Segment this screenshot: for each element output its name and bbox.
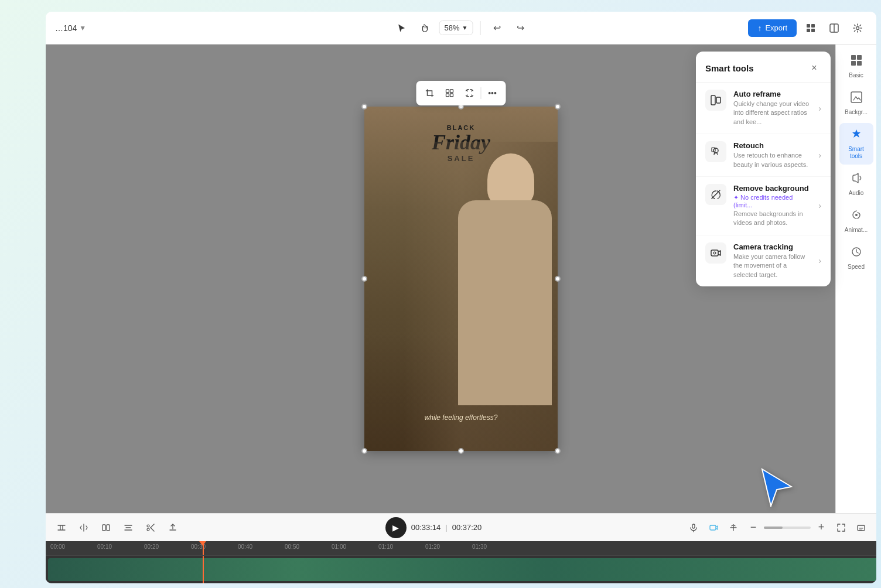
track-playhead — [203, 556, 204, 583]
svg-rect-26 — [107, 525, 110, 531]
remove-bg-badge: ✦ No credits needed (limit... — [733, 194, 811, 208]
auto-reframe-info: Auto reframe Quickly change your video i… — [733, 90, 811, 127]
sidebar-item-basic[interactable]: Basic — [839, 49, 873, 84]
timeline-track[interactable] — [46, 555, 876, 583]
svg-rect-12 — [716, 97, 720, 103]
svg-rect-30 — [710, 525, 716, 530]
svg-rect-21 — [857, 61, 862, 66]
timeline-body: 00:00 00:10 00:20 00:30 00:40 00:50 01:0… — [46, 541, 876, 583]
svg-rect-7 — [446, 90, 449, 93]
captions-button[interactable] — [853, 519, 869, 536]
sidebar-item-animate[interactable]: Animat... — [839, 204, 873, 238]
right-sidebar: Basic Backgr... Smart tools — [835, 45, 876, 513]
retouch-info: Retouch Use retouch to enhance beauty in… — [733, 141, 811, 169]
toolbar: …104 ▼ 58% ▼ ↩ — [46, 12, 876, 45]
svg-rect-3 — [811, 29, 815, 32]
svg-point-23 — [855, 214, 858, 216]
zoom-track[interactable] — [764, 527, 811, 529]
transition-button[interactable] — [725, 519, 742, 536]
layout-icon-button[interactable] — [801, 19, 820, 37]
camera-tracking-icon-box — [705, 242, 726, 264]
svg-rect-9 — [446, 94, 449, 97]
panel-icon-button[interactable] — [825, 19, 844, 37]
handle-br[interactable] — [555, 448, 561, 454]
svg-rect-18 — [851, 55, 856, 60]
canvas-area[interactable]: BLACK Friday SALE while feeling effortle… — [46, 45, 876, 513]
toolbar-divider — [480, 21, 480, 35]
redo-button[interactable]: ↪ — [511, 19, 530, 37]
svg-rect-0 — [807, 24, 810, 28]
sidebar-item-background[interactable]: Backgr... — [839, 86, 873, 121]
select-tool-button[interactable] — [392, 19, 411, 37]
auto-reframe-item[interactable]: Auto reframe Quickly change your video i… — [696, 83, 831, 134]
svg-point-13 — [713, 148, 718, 153]
hand-tool-button[interactable] — [416, 19, 435, 37]
handle-mid-left[interactable] — [361, 276, 367, 282]
sidebar-item-audio[interactable]: Audio — [839, 167, 873, 201]
camera-tracking-name: Camera tracking — [733, 242, 811, 251]
cut-tool-button[interactable] — [142, 519, 159, 536]
camera-button[interactable] — [705, 519, 722, 536]
export-timeline-button[interactable] — [164, 519, 182, 536]
camera-tracking-chevron: › — [818, 256, 821, 265]
export-button[interactable]: ↑ Export — [748, 19, 797, 37]
export-icon: ↑ — [757, 23, 762, 33]
basic-icon — [850, 54, 863, 70]
grid-tool-button[interactable] — [441, 84, 459, 102]
zoom-selector[interactable]: 58% ▼ — [439, 20, 473, 35]
dropdown-icon[interactable]: ▼ — [79, 24, 86, 32]
svg-point-6 — [856, 26, 859, 29]
toolbar-left: …104 ▼ — [55, 23, 86, 33]
play-button[interactable]: ▶ — [385, 517, 407, 538]
handle-tr[interactable] — [555, 104, 561, 110]
playhead-triangle — [199, 541, 206, 546]
handle-mid-right[interactable] — [555, 276, 561, 282]
handle-bl[interactable] — [361, 448, 367, 454]
panel-close-button[interactable]: × — [807, 61, 821, 75]
sidebar-item-smart-tools[interactable]: Smart tools — [839, 123, 873, 165]
camera-tracking-info: Camera tracking Make your camera follow … — [733, 242, 811, 279]
svg-rect-19 — [857, 55, 862, 60]
svg-rect-2 — [807, 29, 810, 32]
undo-button[interactable]: ↩ — [487, 19, 506, 37]
zoom-fill — [764, 527, 783, 529]
settings-icon-button[interactable] — [848, 19, 867, 37]
zoom-out-button[interactable]: − — [745, 519, 762, 536]
zoom-control: − + — [745, 519, 829, 536]
total-timecode: 00:37:20 — [452, 523, 482, 532]
selection-handles — [364, 107, 558, 451]
camera-tracking-item[interactable]: Camera tracking Make your camera follow … — [696, 235, 831, 286]
transform-tool-button[interactable] — [461, 84, 479, 102]
mic-button[interactable] — [685, 519, 702, 536]
crop-tool-button[interactable] — [421, 84, 439, 102]
zoom-in-button[interactable]: + — [813, 519, 829, 536]
track-tool-button[interactable] — [97, 519, 115, 536]
handle-mid-bottom[interactable] — [458, 448, 464, 454]
playhead-line — [203, 541, 204, 555]
animate-label: Animat... — [845, 227, 868, 234]
remove-bg-item[interactable]: Remove background ✦ No credits needed (l… — [696, 177, 831, 235]
auto-reframe-icon-box — [705, 90, 726, 111]
ruler-mark-7: 01:10 — [378, 543, 393, 550]
fullscreen-button[interactable] — [833, 519, 849, 536]
float-divider — [481, 87, 482, 99]
track-clip — [48, 558, 876, 581]
trim-tool-button[interactable] — [53, 519, 70, 536]
float-toolbar: ••• — [416, 81, 506, 105]
ruler-mark-5: 00:50 — [285, 543, 299, 550]
auto-reframe-desc: Quickly change your video into different… — [733, 100, 811, 127]
remove-bg-chevron: › — [818, 201, 821, 210]
ruler-mark-6: 01:00 — [332, 543, 346, 550]
svg-rect-29 — [692, 524, 695, 528]
timecode-divider: | — [445, 523, 447, 532]
background-icon — [850, 91, 863, 107]
smart-tools-icon — [850, 128, 863, 143]
basic-label: Basic — [849, 72, 863, 79]
handle-tl[interactable] — [361, 104, 367, 110]
sidebar-item-speed[interactable]: Speed — [839, 241, 873, 275]
split-tool-button[interactable] — [75, 519, 93, 536]
more-tool-button[interactable]: ••• — [484, 84, 501, 102]
retouch-item[interactable]: Retouch Use retouch to enhance beauty in… — [696, 134, 831, 177]
ruler-mark-9: 01:30 — [472, 543, 487, 550]
align-tool-button[interactable] — [119, 519, 137, 536]
